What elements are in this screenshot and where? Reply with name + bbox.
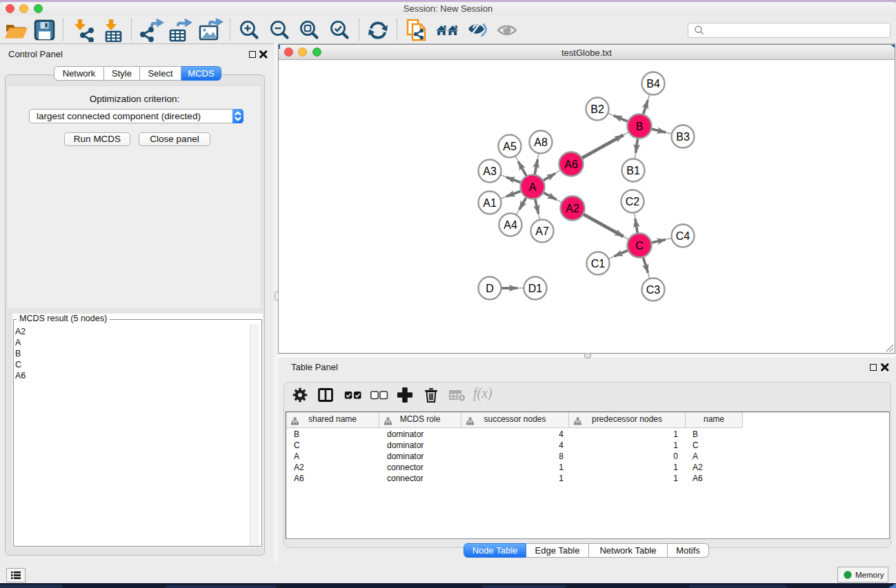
svg-text:D1: D1: [528, 283, 543, 294]
svg-text:A1: A1: [483, 197, 497, 209]
svg-text:A8: A8: [534, 136, 548, 148]
svg-text:A6: A6: [564, 159, 578, 170]
svg-text:A: A: [529, 181, 537, 193]
svg-text:A3: A3: [483, 165, 497, 177]
svg-text:C1: C1: [591, 258, 606, 270]
svg-text:C2: C2: [626, 196, 640, 207]
svg-text:A7: A7: [535, 225, 549, 237]
svg-text:B3: B3: [676, 131, 690, 143]
svg-text:B2: B2: [590, 103, 604, 115]
svg-text:B4: B4: [646, 78, 660, 90]
svg-text:C3: C3: [646, 284, 661, 296]
svg-text:A5: A5: [503, 141, 517, 152]
svg-text:B: B: [636, 121, 644, 132]
svg-text:A4: A4: [504, 219, 517, 231]
svg-text:D: D: [486, 283, 494, 294]
svg-text:B1: B1: [626, 165, 640, 176]
svg-text:A2: A2: [566, 203, 579, 214]
svg-text:C: C: [635, 240, 644, 252]
svg-text:C4: C4: [676, 230, 690, 242]
